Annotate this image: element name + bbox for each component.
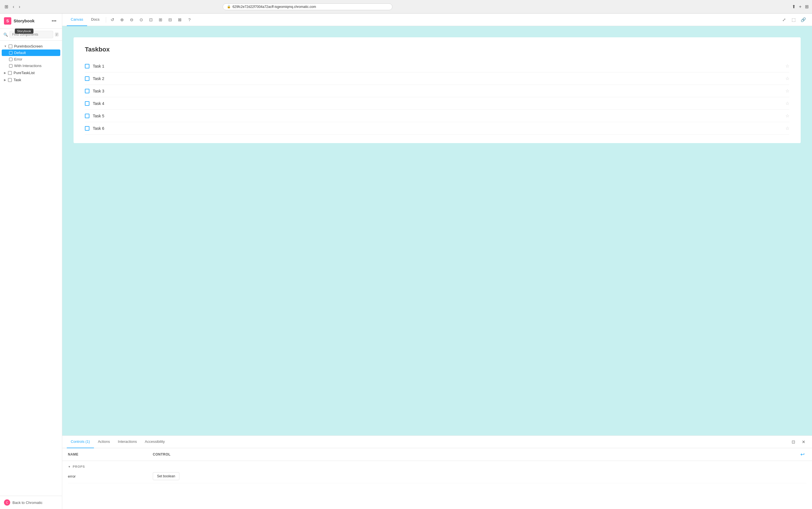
task-star-2[interactable]: ☆ xyxy=(785,76,789,81)
story-icon xyxy=(9,64,12,68)
task-item: Task 3 ☆ xyxy=(85,85,789,97)
search-input[interactable] xyxy=(10,31,53,38)
sidebar-item-default[interactable]: Default xyxy=(2,49,60,56)
task-star-5[interactable]: ☆ xyxy=(785,113,789,118)
search-bar: 🔍 / xyxy=(0,29,62,41)
task-checkbox-5[interactable] xyxy=(85,114,89,118)
search-shortcut: / xyxy=(55,33,59,36)
reset-controls-btn[interactable]: ↩ xyxy=(799,450,806,459)
nav-group-label: PureTaskList xyxy=(13,71,34,75)
panel-tabs: Controls (1) Actions Interactions Access… xyxy=(62,436,812,448)
sidebar-title: Storybook xyxy=(13,19,34,23)
component-icon xyxy=(8,78,12,82)
task-star-6[interactable]: ☆ xyxy=(785,126,789,131)
tooltip-container: Storybook Storybook xyxy=(13,19,34,24)
task-left: Task 2 xyxy=(85,76,104,81)
nav-group-puretasklist: ▶ PureTaskList xyxy=(0,70,62,76)
story-frame: Taskbox Task 1 ☆ Task 2 ☆ xyxy=(73,37,801,143)
story-icon xyxy=(9,58,12,61)
sidebar-item-error[interactable]: Error xyxy=(0,56,62,63)
task-star-1[interactable]: ☆ xyxy=(785,63,789,69)
app: S Storybook Storybook ••• 🔍 / xyxy=(0,13,812,509)
panel-tab-accessibility[interactable]: Accessibility xyxy=(141,436,169,448)
control-value-error: Set boolean xyxy=(153,472,806,480)
grid-icon-btn[interactable]: ⊞ xyxy=(157,15,165,24)
back-to-chromatic-btn[interactable]: C Back to Chromatic xyxy=(0,496,62,509)
task-checkbox-3[interactable] xyxy=(85,89,89,93)
task-star-4[interactable]: ☆ xyxy=(785,101,789,106)
address-bar[interactable]: 🔒 629fc2e72d22f7004a72acff-isgeomiqmq.ch… xyxy=(223,3,392,10)
panel-tab-actions[interactable]: Actions xyxy=(94,436,114,448)
nav-group-label: Task xyxy=(13,78,21,82)
task-item: Task 1 ☆ xyxy=(85,60,789,72)
story-icon xyxy=(9,51,12,55)
set-boolean-btn[interactable]: Set boolean xyxy=(153,472,180,480)
zoom-reset-icon-btn[interactable]: ⊙ xyxy=(137,15,146,24)
nav-group-header-pureinboxscreen[interactable]: ▼ PureInboxScreen xyxy=(0,43,62,49)
add-tab-icon[interactable]: + xyxy=(799,4,802,9)
control-row-error: error Set boolean xyxy=(68,469,806,483)
content-wrapper: S Storybook Storybook ••• 🔍 / xyxy=(0,13,812,509)
sidebar: S Storybook Storybook ••• 🔍 / xyxy=(0,13,62,509)
component-icon xyxy=(8,44,12,48)
controls-header: Name Control ↩ xyxy=(62,448,812,461)
toolbar: Canvas Docs ↺ ⊕ ⊖ ⊙ ⊡ ⊞ ⊟ ⊠ ? ⤢ ⬚ 🔗 xyxy=(62,13,812,26)
chevron-right-icon: ▶ xyxy=(4,78,6,81)
open-new-icon-btn[interactable]: ⬚ xyxy=(789,15,798,24)
tab-canvas[interactable]: Canvas xyxy=(67,13,87,26)
chromatic-icon: C xyxy=(4,499,10,506)
main-area: Canvas Docs ↺ ⊕ ⊖ ⊙ ⊡ ⊞ ⊟ ⊠ ? ⤢ ⬚ 🔗 xyxy=(62,13,812,509)
task-name-3: Task 3 xyxy=(93,89,104,93)
panel-close-btn[interactable]: ✕ xyxy=(800,438,808,446)
task-item: Task 5 ☆ xyxy=(85,110,789,122)
copy-link-icon-btn[interactable]: 🔗 xyxy=(799,15,808,24)
panel-content: Name Control ↩ ▼ PROPS xyxy=(62,448,812,509)
task-checkbox-1[interactable] xyxy=(85,64,89,68)
nav-group-header-puretasklist[interactable]: ▶ PureTaskList xyxy=(0,70,62,76)
sidebar-item-with-interactions[interactable]: With Interactions xyxy=(0,63,62,69)
lock-icon: 🔒 xyxy=(227,5,231,8)
task-left: Task 3 xyxy=(85,89,104,93)
back-btn[interactable]: ‹ xyxy=(11,3,15,10)
controls-reset-area: ↩ xyxy=(799,450,806,459)
task-star-3[interactable]: ☆ xyxy=(785,88,789,94)
nav-item-label: With Interactions xyxy=(14,64,41,68)
back-label: Back to Chromatic xyxy=(12,501,42,505)
task-name-6: Task 6 xyxy=(93,126,104,131)
share-icon[interactable]: ⬆ xyxy=(792,4,795,9)
nav-group-label: PureInboxScreen xyxy=(14,44,42,48)
task-name-4: Task 4 xyxy=(93,101,104,106)
panel-tab-controls[interactable]: Controls (1) xyxy=(67,436,94,448)
panel-tab-actions-btns: ⊡ ✕ xyxy=(789,438,808,446)
outline-icon-btn[interactable]: ⊟ xyxy=(166,15,174,24)
fullscreen-icon-btn[interactable]: ⤢ xyxy=(780,15,788,24)
props-label-text: PROPS xyxy=(73,465,85,468)
sidebar-logo: S Storybook Storybook xyxy=(4,17,34,25)
nav-group-header-task[interactable]: ▶ Task xyxy=(0,77,62,83)
grid-icon[interactable]: ⊞ xyxy=(805,4,809,9)
nav-item-label: Error xyxy=(14,57,22,61)
toolbar-divider xyxy=(106,17,106,23)
logo-letter: S xyxy=(6,19,9,23)
chevron-down-icon: ▼ xyxy=(4,45,7,48)
reload-icon-btn[interactable]: ↺ xyxy=(108,15,117,24)
panel-tab-interactions[interactable]: Interactions xyxy=(114,436,141,448)
forward-btn[interactable]: › xyxy=(18,3,21,10)
measure-icon-btn[interactable]: ⊠ xyxy=(176,15,184,24)
task-checkbox-4[interactable] xyxy=(85,101,89,106)
help-icon-btn[interactable]: ? xyxy=(185,15,194,24)
panel-split-btn[interactable]: ⊡ xyxy=(789,438,797,446)
task-left: Task 6 xyxy=(85,126,104,131)
sidebar-menu-button[interactable]: ••• xyxy=(50,17,58,25)
tab-docs[interactable]: Docs xyxy=(87,13,103,26)
sidebar-toggle-btn[interactable]: ⊞ xyxy=(3,3,9,10)
task-checkbox-6[interactable] xyxy=(85,126,89,131)
controls-name-col-header: Name xyxy=(68,452,153,456)
zoom-out-icon-btn[interactable]: ⊖ xyxy=(128,15,136,24)
task-item: Task 4 ☆ xyxy=(85,97,789,110)
task-name-2: Task 2 xyxy=(93,76,104,81)
background-icon-btn[interactable]: ⊡ xyxy=(147,15,155,24)
controls-table: Name Control ↩ ▼ PROPS xyxy=(62,448,812,485)
task-checkbox-2[interactable] xyxy=(85,76,89,81)
zoom-in-icon-btn[interactable]: ⊕ xyxy=(118,15,127,24)
